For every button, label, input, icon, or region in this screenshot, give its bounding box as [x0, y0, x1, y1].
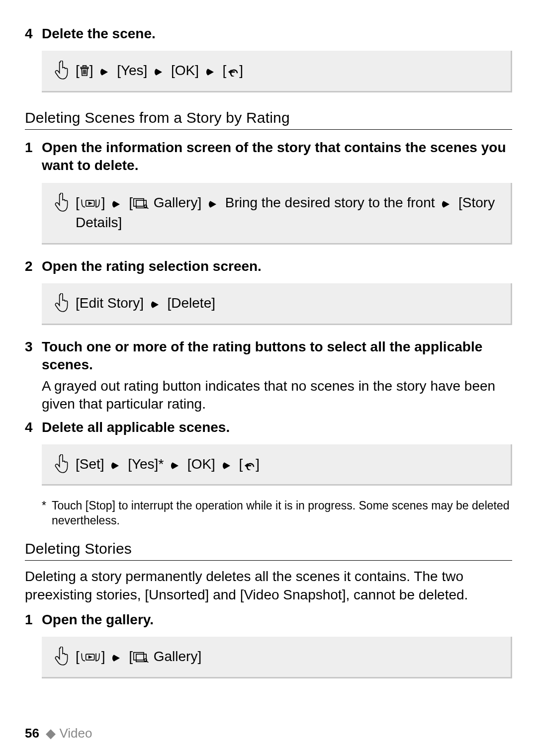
s1-touch-box: [] [Yes] [OK] []	[42, 51, 512, 92]
text-bring-front: Bring the desired story to the front	[225, 195, 435, 210]
arrow-icon	[112, 654, 122, 663]
arrow-icon	[208, 200, 218, 209]
s2-step2: 2 Open the rating selection screen.	[25, 257, 512, 275]
arrow-icon	[111, 461, 121, 470]
bracket-open: [	[239, 456, 243, 472]
back-icon	[243, 460, 256, 470]
s2-step1-num: 1	[25, 139, 42, 156]
btn-delete: [Delete]	[168, 295, 216, 311]
s2-step3: 3 Touch one or more of the rating button…	[25, 338, 512, 374]
bracket-close: ]	[239, 63, 243, 78]
s1-seq: [] [Yes] [OK] []	[76, 61, 500, 81]
arrow-icon	[154, 68, 164, 77]
s3-seq: [] [ Gallery]	[76, 647, 500, 667]
bracket-open: [	[223, 63, 227, 78]
touch-hand-icon	[53, 61, 73, 81]
bracket-open: [	[76, 649, 80, 664]
bracket-close: ]	[101, 649, 105, 664]
home-icon	[80, 652, 101, 663]
btn-ok: [OK]	[171, 63, 199, 78]
s3-step1-num: 1	[25, 611, 42, 628]
s3-step1-title: Open the gallery.	[42, 611, 154, 629]
btn-yes: [Yes]	[117, 63, 147, 78]
gallery-icon	[133, 198, 150, 209]
s2-step3-num: 3	[25, 338, 42, 355]
s1-step4: 4 Delete the scene.	[25, 25, 512, 43]
bracket-close: ]	[101, 195, 105, 210]
s2-step3-body: A grayed out rating button indicates tha…	[42, 377, 512, 414]
footnote: * Touch [Stop] to interrupt the operatio…	[42, 499, 512, 528]
footer-section: Video	[59, 726, 92, 741]
arrow-icon	[222, 461, 232, 470]
touch-hand-icon	[53, 193, 73, 213]
s2-seq-3: [Set] [Yes]* [OK] []	[76, 454, 500, 475]
arrow-icon	[442, 200, 451, 209]
footnote-asterisk: *	[42, 499, 52, 528]
btn-yes: [Yes]*	[128, 456, 164, 472]
btn-ok: [OK]	[187, 456, 215, 472]
touch-hand-icon	[53, 647, 73, 667]
s2-touch-box-1: [] [ Gallery] Bring the desired story to…	[42, 183, 512, 245]
s2-step3-title: Touch one or more of the rating buttons …	[42, 338, 512, 374]
s2-seq-2: [Edit Story] [Delete]	[76, 293, 500, 314]
s2-step4-title: Delete all applicable scenes.	[42, 419, 230, 436]
footer-diamond: ◆	[46, 726, 56, 741]
s2-step1-title: Open the information screen of the story…	[42, 139, 512, 175]
label-gallery: Gallery]	[154, 649, 201, 664]
page-number: 56	[25, 726, 39, 741]
touch-hand-icon	[53, 454, 73, 474]
arrow-icon	[171, 461, 180, 470]
bracket-open: [	[129, 649, 133, 664]
arrow-icon	[206, 68, 216, 77]
s2-step1: 1 Open the information screen of the sto…	[25, 139, 512, 175]
s1-step4-num: 4	[25, 25, 42, 42]
back-icon	[226, 67, 239, 77]
s2-step2-num: 2	[25, 257, 42, 275]
s2-step4: 4 Delete all applicable scenes.	[25, 419, 512, 436]
page-footer: 56 ◆ Video	[25, 726, 92, 741]
bracket-open: [	[129, 195, 133, 210]
label-gallery: Gallery]	[154, 195, 201, 210]
btn-set: [Set]	[76, 456, 104, 472]
s1-step4-title: Delete the scene.	[42, 25, 156, 43]
touch-hand-icon	[53, 293, 73, 313]
s2-step4-num: 4	[25, 419, 42, 436]
arrow-icon	[100, 68, 110, 77]
bracket-close: ]	[256, 456, 260, 472]
btn-edit-story: [Edit Story]	[76, 295, 144, 311]
heading-deleting-stories: Deleting Stories	[25, 540, 512, 561]
home-icon	[80, 198, 101, 209]
heading-delete-by-rating: Deleting Scenes from a Story by Rating	[25, 109, 512, 130]
gallery-icon	[133, 652, 150, 663]
s3-touch-box: [] [ Gallery]	[42, 637, 512, 678]
s2-touch-box-2: [Edit Story] [Delete]	[42, 283, 512, 325]
bracket-open: [	[76, 63, 80, 78]
s3-step1: 1 Open the gallery.	[25, 611, 512, 629]
bracket-open: [	[76, 195, 80, 210]
arrow-icon	[112, 200, 122, 209]
bracket-close: ]	[90, 63, 93, 78]
s3-intro: Deleting a story permanently deletes all…	[25, 568, 512, 604]
arrow-icon	[151, 300, 161, 309]
footnote-text: Touch [Stop] to interrupt the operation …	[52, 499, 512, 528]
page: 4 Delete the scene. [] [Yes] [OK] [] Del…	[0, 0, 537, 756]
s2-seq-1: [] [ Gallery] Bring the desired story to…	[76, 193, 500, 233]
s2-step2-title: Open the rating selection screen.	[42, 257, 262, 275]
trash-icon	[80, 65, 90, 77]
s2-touch-box-3: [Set] [Yes]* [OK] []	[42, 444, 512, 486]
